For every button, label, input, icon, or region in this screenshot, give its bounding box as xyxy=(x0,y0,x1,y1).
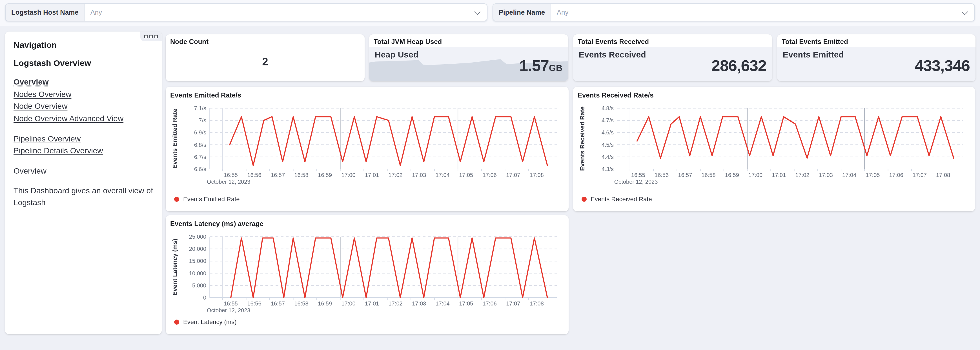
svg-text:17:03: 17:03 xyxy=(819,172,833,178)
chevron-down-icon[interactable] xyxy=(962,8,968,15)
svg-text:17:00: 17:00 xyxy=(342,301,356,307)
heap-used-unit: GB xyxy=(549,63,562,73)
panel-title: Total JVM Heap Used xyxy=(369,34,568,47)
events-received-value: 286,632 xyxy=(711,57,767,75)
svg-text:16:59: 16:59 xyxy=(318,172,332,178)
events-emitted-metric: Events Emitted 433,346 xyxy=(777,47,975,81)
svg-text:15,000: 15,000 xyxy=(189,258,206,264)
svg-text:17:02: 17:02 xyxy=(388,301,402,307)
legend-dot-icon xyxy=(174,196,179,202)
svg-text:17:01: 17:01 xyxy=(772,172,786,178)
metric-label: Events Emitted xyxy=(783,49,844,59)
events-received-metric: Events Received 286,632 xyxy=(573,47,772,81)
nav-subheading: Overview xyxy=(14,165,153,177)
svg-text:17:06: 17:06 xyxy=(889,172,904,178)
svg-text:17:01: 17:01 xyxy=(365,172,379,178)
svg-text:16:56: 16:56 xyxy=(247,172,261,178)
panel-title: Node Count xyxy=(166,34,364,47)
filter-logstash-host-name-label: Logstash Host Name xyxy=(6,4,85,21)
filter-logstash-host-name-value[interactable]: Any xyxy=(85,4,475,21)
svg-text:25,000: 25,000 xyxy=(189,234,206,240)
svg-text:6.8/s: 6.8/s xyxy=(194,142,206,148)
svg-text:17:08: 17:08 xyxy=(530,301,544,307)
panel-title: Total Events Received xyxy=(573,34,772,47)
panel-options-button[interactable] xyxy=(140,32,162,41)
legend-item-events-emitted-rate[interactable]: Events Emitted Rate xyxy=(170,192,564,202)
legend-dot-icon xyxy=(174,319,179,325)
navigation-panel: Navigation Logstash Overview Overview No… xyxy=(5,32,162,334)
svg-text:16:58: 16:58 xyxy=(294,172,309,178)
svg-text:17:00: 17:00 xyxy=(748,172,762,178)
svg-text:17:01: 17:01 xyxy=(365,301,379,307)
metric-label: Events Received xyxy=(579,49,646,59)
svg-text:16:57: 16:57 xyxy=(271,301,285,307)
svg-text:16:58: 16:58 xyxy=(702,172,716,178)
chart-title: Events Received Rate/s xyxy=(578,91,970,99)
chart-title: Events Emitted Rate/s xyxy=(170,91,564,99)
nav-link-pipelines-overview[interactable]: Pipelines Overview xyxy=(14,133,153,145)
svg-text:October 12, 2023: October 12, 2023 xyxy=(614,179,658,185)
chevron-down-icon[interactable] xyxy=(474,8,481,15)
svg-text:7.1/s: 7.1/s xyxy=(194,105,206,111)
svg-text:4.3/s: 4.3/s xyxy=(601,166,614,172)
svg-text:October 12, 2023: October 12, 2023 xyxy=(207,179,250,185)
svg-text:16:55: 16:55 xyxy=(224,301,238,307)
svg-text:17:06: 17:06 xyxy=(483,172,497,178)
legend-dot-icon xyxy=(582,196,587,202)
filter-logstash-host-name[interactable]: Logstash Host Name Any xyxy=(5,3,487,21)
svg-text:17:02: 17:02 xyxy=(388,172,402,178)
legend-item-events-received-rate[interactable]: Events Received Rate xyxy=(578,192,970,202)
svg-text:4.4/s: 4.4/s xyxy=(601,154,614,160)
svg-text:6.7/s: 6.7/s xyxy=(194,154,206,160)
svg-text:17:03: 17:03 xyxy=(412,301,426,307)
events-emitted-rate-panel: Events Emitted Rate/s Events Emitted Rat… xyxy=(166,87,569,212)
boxes-horizontal-icon xyxy=(144,35,148,38)
svg-text:17:06: 17:06 xyxy=(483,301,497,307)
nav-link-node-overview[interactable]: Node Overview xyxy=(14,100,153,113)
legend-item-event-latency[interactable]: Event Latency (ms) xyxy=(170,315,564,325)
svg-text:17:00: 17:00 xyxy=(342,172,356,178)
svg-text:October 12, 2023: October 12, 2023 xyxy=(207,307,250,313)
svg-text:17:04: 17:04 xyxy=(842,172,856,178)
svg-text:0: 0 xyxy=(203,294,206,301)
nav-link-overview[interactable]: Overview xyxy=(14,76,153,88)
filter-pipeline-name[interactable]: Pipeline Name Any xyxy=(493,3,975,21)
event-latency-chart[interactable]: Event Latency (ms)25,00020,00015,00010,0… xyxy=(170,229,564,315)
svg-text:4.8/s: 4.8/s xyxy=(601,105,614,111)
navigation-title: Navigation xyxy=(14,40,153,49)
svg-text:4.5/s: 4.5/s xyxy=(601,142,614,148)
filter-pipeline-name-value[interactable]: Any xyxy=(551,4,963,21)
nav-link-pipeline-details-overview[interactable]: Pipeline Details Overview xyxy=(14,145,153,157)
events-emitted-rate-chart[interactable]: Events Emitted Rate7.1/s7/s6.9/s6.8/s6.7… xyxy=(170,100,564,192)
svg-text:7/s: 7/s xyxy=(199,117,206,123)
nav-link-node-overview-advanced[interactable]: Node Overview Advanced View xyxy=(14,113,153,125)
svg-text:17:05: 17:05 xyxy=(459,172,473,178)
panel-title: Total Events Emitted xyxy=(777,34,975,47)
node-count-value: 2 xyxy=(166,47,364,81)
svg-text:17:05: 17:05 xyxy=(865,172,880,178)
svg-text:17:05: 17:05 xyxy=(459,301,473,307)
svg-text:17:08: 17:08 xyxy=(936,172,950,178)
nav-link-nodes-overview[interactable]: Nodes Overview xyxy=(14,88,153,100)
svg-text:Events Emitted Rate: Events Emitted Rate xyxy=(171,109,178,169)
svg-text:5,000: 5,000 xyxy=(192,282,206,289)
metric-label: Heap Used xyxy=(375,49,418,59)
chart-title: Events Latency (ms) average xyxy=(170,220,564,228)
filter-bar: Logstash Host Name Any Pipeline Name Any xyxy=(5,3,975,21)
svg-text:4.6/s: 4.6/s xyxy=(601,129,614,135)
events-emitted-value: 433,346 xyxy=(915,57,970,75)
svg-text:16:57: 16:57 xyxy=(271,172,285,178)
svg-text:16:59: 16:59 xyxy=(725,172,739,178)
svg-text:4.7/s: 4.7/s xyxy=(601,117,614,123)
events-received-rate-chart[interactable]: Events Received Rate4.8/s4.7/s4.6/s4.5/s… xyxy=(578,100,970,192)
svg-text:16:56: 16:56 xyxy=(655,172,669,178)
svg-text:17:04: 17:04 xyxy=(436,301,450,307)
svg-text:Events Received Rate: Events Received Rate xyxy=(579,107,586,171)
jvm-heap-metric: Heap Used 1.57GB xyxy=(369,47,568,81)
jvm-heap-card: Total JVM Heap Used Heap Used 1.57GB xyxy=(369,34,568,81)
nav-description: This Dashboard gives an overall view of … xyxy=(14,185,153,208)
svg-text:17:02: 17:02 xyxy=(795,172,810,178)
svg-text:20,000: 20,000 xyxy=(189,246,206,252)
svg-text:6.6/s: 6.6/s xyxy=(194,166,206,172)
svg-text:Event Latency (ms): Event Latency (ms) xyxy=(171,239,178,296)
